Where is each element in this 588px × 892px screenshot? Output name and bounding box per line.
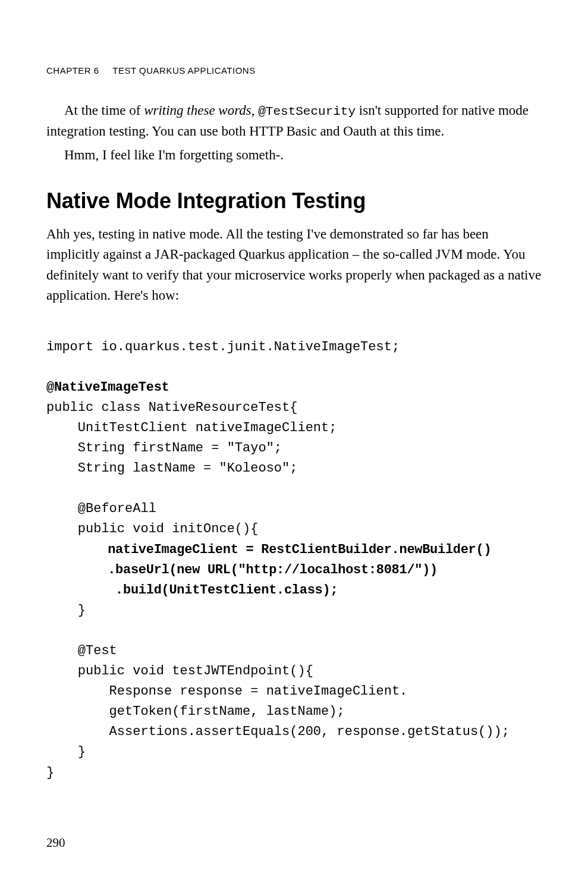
code-block: import io.quarkus.test.junit.NativeImage… [46,317,542,783]
code-line: import io.quarkus.test.junit.NativeImage… [46,340,400,354]
text-run: , [251,103,259,118]
paragraph-1: At the time of writing these words, @Tes… [46,100,542,142]
code-line: Assertions.assertEquals(200, response.ge… [46,724,510,739]
page-number: 290 [46,836,65,850]
code-line-bold: .build(UnitTestClient.class); [46,583,338,598]
code-line-bold: @NativeImageTest [46,380,169,395]
paragraph-3: Ahh yes, testing in native mode. All the… [46,224,542,306]
code-line: @BeforeAll [46,501,156,516]
code-line: public void initOnce(){ [46,522,258,536]
code-line: } [46,603,86,618]
running-header: Chapter 6 Test Quarkus Applications [46,65,542,76]
code-line-bold: nativeImageClient = RestClientBuilder.ne… [46,542,491,557]
code-line: @Test [46,643,117,658]
section-heading: Native Mode Integration Testing [46,189,542,213]
chapter-label: Chapter 6 [46,65,99,76]
code-line: UnitTestClient nativeImageClient; [46,420,337,435]
chapter-title: Test Quarkus Applications [112,65,255,76]
code-line: public class NativeResourceTest{ [46,400,297,415]
code-line-bold: .baseUrl(new URL("http://localhost:8081/… [46,563,438,577]
italic-text: writing these words [144,103,251,118]
code-line: } [46,765,54,780]
code-line: getToken(firstName, lastName); [46,704,345,719]
paragraph-2: Hmm, I feel like I'm forgetting someth-. [46,145,542,166]
code-line: String firstName = "Tayo"; [46,441,282,456]
code-line: } [46,745,86,759]
code-line: Response response = nativeImageClient. [46,684,407,699]
code-line: public void testJWTEndpoint(){ [46,664,313,679]
code-line: String lastName = "Koleoso"; [46,461,297,476]
page: Chapter 6 Test Quarkus Applications At t… [0,0,588,892]
inline-code: @TestSecurity [258,105,356,118]
text-run: At the time of [64,103,144,118]
